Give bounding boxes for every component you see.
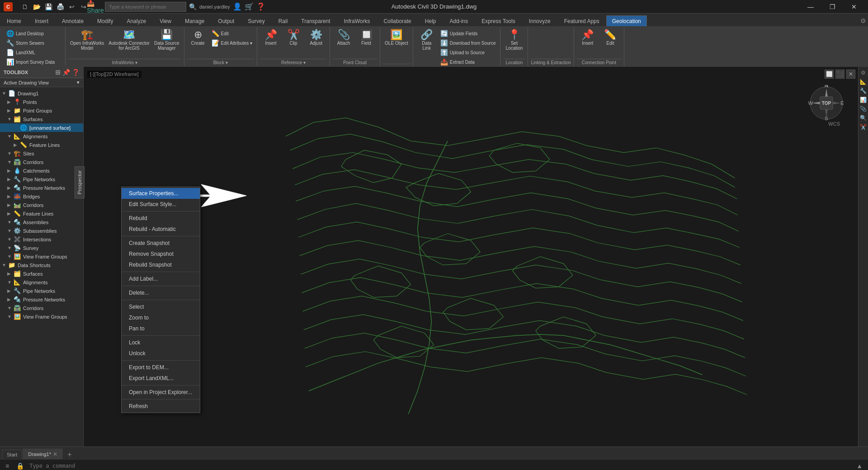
ctx-create-snapshot[interactable]: Create Snapshot [122, 238, 200, 249]
data-link-btn[interactable]: 🔗 DataLink [416, 29, 438, 52]
ctx-surface-properties[interactable]: Surface Properties... [122, 188, 200, 199]
autodesk-connector-btn[interactable]: 🗺️ Autodesk Connectorfor ArcGIS [107, 29, 151, 52]
tab-output[interactable]: Output [211, 15, 241, 26]
ctx-zoom-to[interactable]: Zoom to [122, 312, 200, 323]
tab-rail[interactable]: Rail [272, 15, 295, 26]
tab-addins[interactable]: Add-ins [443, 15, 475, 26]
edit-attributes-btn[interactable]: 📝 Edit Attributes ▾ [210, 38, 254, 47]
tab-geolocation[interactable]: Geolocation [606, 15, 647, 26]
prospector-side-tab[interactable]: Prospector [75, 166, 85, 198]
rp-btn3[interactable]: 🔧 [859, 87, 868, 95]
search-icon[interactable]: 🔍 [189, 3, 197, 10]
tab-analyze[interactable]: Analyze [120, 15, 153, 26]
tab-modify[interactable]: Modify [90, 15, 120, 26]
cmd-expand-btn[interactable]: 🔒 [14, 461, 26, 470]
create-btn[interactable]: ⊕ Create [187, 29, 209, 47]
tree-pointgroups[interactable]: ▶ 📁 Point Groups [0, 106, 83, 115]
set-location-btn[interactable]: 📍 SetLocation [503, 29, 525, 52]
tree-ds-pipes[interactable]: ▶ 🔧 Pipe Networks [0, 287, 83, 295]
tree-drawing1[interactable]: ▼ 📄 Drawing1 [0, 89, 83, 98]
tree-alignments[interactable]: ▼ 📐 Alignments [0, 132, 83, 141]
cart-icon[interactable]: 🛒 [245, 2, 254, 11]
tree-corridors2[interactable]: ▶ 🛤️ Corridors [0, 201, 83, 209]
tab-featured[interactable]: Featured Apps [557, 15, 606, 26]
tree-surface-item[interactable]: 🌐 [unnamed surface] [0, 123, 83, 132]
tree-ds-align[interactable]: ▼ 📐 Alignments [0, 278, 83, 287]
tree-pressure[interactable]: ▶ 🔩 Pressure Networks [0, 183, 83, 192]
tab-start[interactable]: Start [2, 450, 22, 459]
rp-btn1[interactable]: ⚙ [859, 69, 868, 77]
ctx-rebuild-automatic[interactable]: Rebuild - Automatic [122, 224, 200, 235]
insert2-btn[interactable]: 📌 Insert [577, 29, 599, 47]
field-btn[interactable]: 🔲 Field [355, 29, 377, 47]
ctx-edit-surface-style[interactable]: Edit Surface Style... [122, 199, 200, 210]
ctx-rebuild[interactable]: Rebuild [122, 213, 200, 224]
open-btn[interactable]: 📂 [32, 2, 42, 12]
toolbox-icon-btn3[interactable]: ❓ [72, 69, 80, 76]
vp-restore-btn[interactable]: ⬜ [825, 70, 834, 79]
tab-transparent[interactable]: Transparent [294, 15, 337, 26]
tab-help[interactable]: Help [418, 15, 443, 26]
tree-viewframes[interactable]: ▼ 🖼️ View Frame Groups [0, 252, 83, 261]
close-btn[interactable]: ✕ [844, 0, 864, 14]
tab-home[interactable]: Home [0, 15, 28, 26]
ctx-add-label[interactable]: Add Label... [122, 273, 200, 284]
attach-btn[interactable]: 📎 Attach [333, 29, 354, 47]
search-input[interactable] [105, 2, 186, 12]
ctx-lock[interactable]: Lock [122, 337, 200, 348]
tab-add-btn[interactable]: + [65, 450, 74, 459]
active-view-dropdown[interactable]: ▾ [77, 80, 80, 85]
tree-turns[interactable]: ▼ 🛣️ Corridors [0, 158, 83, 166]
edit-btn[interactable]: ✏️ Edit [210, 29, 254, 38]
land-desktop-btn[interactable]: 🌐 Land Desktop [5, 29, 62, 38]
save-btn[interactable]: 💾 [43, 2, 53, 12]
toolbox-icon-btn1[interactable]: ⊞ [55, 69, 61, 76]
tab-collaborate[interactable]: Collaborate [377, 15, 418, 26]
help-icon[interactable]: ❓ [256, 2, 265, 11]
tree-points[interactable]: ▶ 📍 Points [0, 98, 83, 106]
share-btn[interactable]: 📤 Share [90, 2, 100, 12]
ctx-export-landxml[interactable]: Export LandXML... [122, 373, 200, 384]
survey-data-btn[interactable]: 📊 Import Survey Data [5, 57, 62, 66]
rp-btn5[interactable]: 📎 [859, 105, 868, 113]
cmd-toggle-btn[interactable]: ≡ [4, 461, 11, 470]
ole-btn[interactable]: 🖼️ OLE Object [383, 29, 410, 47]
command-input[interactable] [29, 463, 851, 469]
vp-close-btn[interactable]: ✕ [846, 70, 855, 79]
tree-ds-surfaces[interactable]: ▶ 🗂️ Surfaces [0, 269, 83, 278]
tab-view[interactable]: View [153, 15, 178, 26]
tree-featurelines2[interactable]: ▶ 📏 Feature Lines [0, 209, 83, 218]
rp-btn6[interactable]: 🔍 [859, 114, 868, 122]
open-infraworks-btn[interactable]: 🏗️ Open InfraWorksModel [68, 29, 106, 52]
print-btn[interactable]: 🖨️ [55, 2, 65, 12]
ctx-open-project[interactable]: Open in Project Explorer... [122, 387, 200, 398]
download-source-btn[interactable]: ⬇️ Download from Source [439, 38, 498, 47]
tree-survey[interactable]: ▼ 📡 Survey [0, 244, 83, 252]
vp-max-btn[interactable]: ⬛ [835, 70, 844, 79]
tree-assemblies[interactable]: ▼ 🔩 Assemblies [0, 218, 83, 226]
tab-survey[interactable]: Survey [241, 15, 271, 26]
new-btn[interactable]: 🗋 [20, 2, 30, 12]
tab-infraworks[interactable]: InfraWorks [337, 15, 377, 26]
data-source-btn[interactable]: 💾 Data SourceManager [152, 29, 181, 52]
edit2-btn[interactable]: ✏️ Edit [599, 29, 621, 47]
storm-sewers-btn[interactable]: 🔧 Storm Sewers [5, 38, 62, 47]
ctx-refresh[interactable]: Refresh [122, 401, 200, 412]
ctx-select[interactable]: Select [122, 301, 200, 312]
tree-datashortcuts[interactable]: ▼ 📁 Data Shortcuts [0, 261, 83, 269]
tab-drawing1[interactable]: Drawing1* ✕ [23, 449, 62, 459]
tree-surfaces[interactable]: ▼ 🗂️ Surfaces [0, 115, 83, 123]
tree-ds-vf[interactable]: ▼ 🖼️ View Frame Groups [0, 312, 83, 321]
rp-btn2[interactable]: 📐 [859, 78, 868, 86]
tree-feature-lines[interactable]: ▶ 📏 Feature Lines [0, 141, 83, 149]
insert-btn[interactable]: 📌 Insert [260, 29, 282, 47]
tab-manage[interactable]: Manage [178, 15, 211, 26]
user-name[interactable]: daniel.yardley [199, 4, 230, 9]
rp-btn7[interactable]: ✂️ [859, 123, 868, 131]
upload-source-btn[interactable]: ⬆️ Upload to Source [439, 48, 498, 57]
toolbox-icon-btn2[interactable]: 📌 [62, 69, 70, 76]
tab-express[interactable]: Express Tools [475, 15, 522, 26]
update-fields-btn[interactable]: 🔄 Update Fields [439, 29, 498, 38]
adjust-btn[interactable]: ⚙️ Adjust [305, 29, 327, 47]
ribbon-options[interactable]: ⚙ [859, 15, 868, 26]
